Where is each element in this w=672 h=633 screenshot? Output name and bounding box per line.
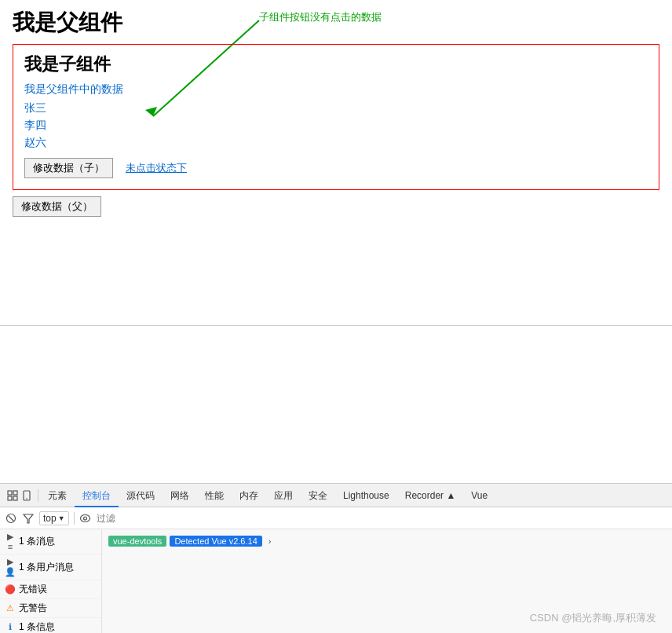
eye-icon[interactable]	[79, 512, 92, 525]
top-selector[interactable]: top ▼	[39, 511, 69, 525]
detected-vue-tag: Detected Vue v2.6.14	[170, 536, 261, 547]
svg-rect-2	[8, 491, 12, 495]
tab-console[interactable]: 控制台	[75, 484, 119, 507]
tab-vue[interactable]: Vue	[463, 484, 495, 507]
console-messages-item[interactable]: ▶ ≡ 1 条消息	[0, 529, 101, 554]
info-label: 1 条信息	[19, 620, 55, 633]
tab-performance[interactable]: 性能	[197, 484, 232, 507]
error-icon: 🔴	[5, 584, 16, 595]
svg-rect-5	[13, 496, 17, 500]
console-sidebar: ▶ ≡ 1 条消息 ▶ 👤 1 条用户消息 🔴 无错误 ⚠ 无警告 ℹ	[0, 529, 102, 633]
data-label: 我是父组件中的数据	[24, 82, 648, 97]
list-icon: ▶ ≡	[5, 532, 16, 551]
tab-sources[interactable]: 源代码	[119, 484, 163, 507]
filter-icon[interactable]	[22, 512, 35, 525]
csdn-watermark: CSDN @韬光养晦,厚积薄发	[530, 611, 656, 625]
warning-icon: ⚠	[5, 603, 16, 613]
middle-area	[0, 326, 672, 483]
filter-input[interactable]	[97, 513, 175, 524]
vue-devtools-tag: vue-devtools	[108, 536, 166, 547]
console-warnings-item[interactable]: ⚠ 无警告	[0, 599, 101, 618]
annotation-text: 子组件按钮没有点击的数据	[259, 9, 382, 24]
list-item-0: 张三	[24, 101, 648, 115]
console-user-messages-item[interactable]: ▶ 👤 1 条用户消息	[0, 554, 101, 580]
child-component-box: 我是子组件 我是父组件中的数据 张三 李四 赵六 修改数据（子） 未点击状态下	[13, 44, 659, 190]
devtools-tabs: 元素 控制台 源代码 网络 性能 内存 应用 安全 Lighthouse Rec…	[0, 484, 672, 507]
info-icon: ℹ	[5, 622, 16, 632]
tab-network[interactable]: 网络	[163, 484, 197, 507]
user-icon: ▶ 👤	[5, 557, 16, 577]
user-messages-label: 1 条用户消息	[19, 561, 74, 574]
tab-application[interactable]: 应用	[266, 484, 301, 507]
svg-rect-3	[13, 491, 17, 495]
console-info-item[interactable]: ℹ 1 条信息	[0, 618, 101, 633]
messages-label: 1 条消息	[19, 535, 55, 548]
warnings-label: 无警告	[19, 602, 47, 615]
child-status-label: 未点击状态下	[126, 161, 187, 175]
svg-rect-4	[8, 496, 12, 500]
tab-recorder[interactable]: Recorder ▲	[397, 484, 464, 507]
modify-child-button[interactable]: 修改数据（子）	[24, 158, 113, 178]
list-item-1: 李四	[24, 119, 648, 133]
errors-label: 无错误	[19, 583, 47, 596]
tab-lighthouse[interactable]: Lighthouse	[335, 484, 397, 507]
svg-marker-10	[24, 514, 33, 523]
vue-devtools-message: vue-devtools Detected Vue v2.6.14 ›	[108, 536, 271, 547]
inspect-icon[interactable]	[6, 489, 19, 502]
child-component-title: 我是子组件	[24, 53, 648, 76]
tab-security[interactable]: 安全	[301, 484, 335, 507]
list-item-2: 赵六	[24, 136, 648, 150]
svg-point-7	[26, 498, 27, 499]
tab-elements[interactable]: 元素	[40, 484, 75, 507]
svg-line-9	[9, 515, 14, 521]
clear-console-icon[interactable]	[5, 512, 17, 525]
svg-point-12	[84, 517, 87, 520]
tab-memory[interactable]: 内存	[232, 484, 266, 507]
devtools-toolbar: top ▼	[0, 507, 672, 529]
modify-parent-button[interactable]: 修改数据（父）	[13, 196, 101, 217]
console-errors-item[interactable]: 🔴 无错误	[0, 580, 101, 599]
chevron-right-icon: ›	[268, 536, 272, 546]
svg-point-11	[81, 514, 90, 521]
mobile-icon[interactable]	[20, 489, 33, 502]
